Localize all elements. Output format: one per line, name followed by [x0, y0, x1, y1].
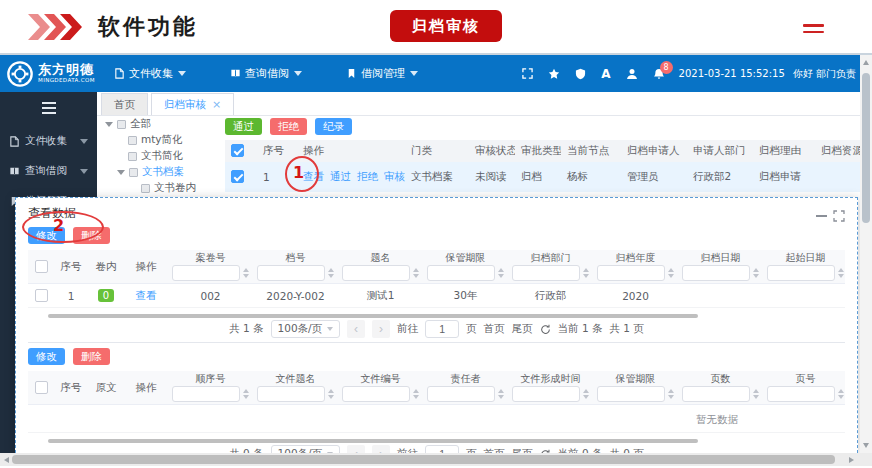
filter-input[interactable] [257, 265, 325, 281]
inner-count-badge[interactable]: 0 [98, 289, 114, 302]
tree-node-wenshu-archive[interactable]: 文书档案 [97, 164, 224, 180]
sort-arrows-icon[interactable] [413, 389, 419, 399]
fullscreen-icon[interactable] [522, 68, 533, 79]
sort-arrows-icon[interactable] [328, 389, 334, 399]
next-page-button[interactable]: › [372, 320, 390, 338]
page-size-select[interactable]: 100条/页 [271, 320, 341, 338]
select-all-checkbox[interactable] [35, 260, 48, 273]
last-page-link[interactable]: 尾页 [512, 322, 533, 336]
bell-icon[interactable]: 8 [653, 68, 665, 80]
filter-input[interactable] [427, 265, 495, 281]
refresh-icon[interactable] [540, 324, 551, 335]
sidebar-item-file-collect[interactable]: 文件收集 [0, 126, 97, 156]
filter-input[interactable] [682, 386, 750, 402]
sort-arrows-icon[interactable] [413, 268, 419, 278]
next-page-button[interactable]: › [372, 445, 390, 453]
page-input[interactable] [425, 445, 459, 453]
scroll-right-arrow[interactable] [849, 457, 854, 463]
caret-down-icon[interactable] [105, 122, 113, 127]
sort-arrows-icon[interactable] [583, 268, 589, 278]
row-checkbox[interactable] [231, 170, 244, 183]
filter-input[interactable] [682, 265, 750, 281]
nav-item-query-borrow[interactable]: 查询借阅 [230, 66, 302, 81]
sort-arrows-icon[interactable] [668, 268, 674, 278]
collapse-menu-icon[interactable] [42, 102, 56, 114]
star-icon[interactable] [548, 68, 560, 80]
view-link[interactable]: 查看 [136, 289, 157, 303]
scroll-up-arrow[interactable] [863, 60, 869, 65]
sort-arrows-icon[interactable] [838, 389, 844, 399]
tree-node-wenshu-juannei[interactable]: 文书卷内 [97, 180, 224, 196]
scroll-down-arrow[interactable] [863, 443, 869, 448]
prev-page-button[interactable]: ‹ [347, 445, 365, 453]
view-link[interactable]: 查看 [303, 170, 324, 182]
sort-arrows-icon[interactable] [243, 268, 249, 278]
filter-input[interactable] [767, 265, 835, 281]
nav-item-borrow-manage[interactable]: 借阅管理 [346, 66, 418, 81]
row-checkbox[interactable] [35, 289, 48, 302]
filter-input[interactable] [512, 386, 580, 402]
scrollbar-thumb[interactable] [12, 455, 835, 464]
sort-arrows-icon[interactable] [753, 268, 759, 278]
approve-button[interactable]: 通过 [225, 118, 262, 135]
prev-page-button[interactable]: ‹ [347, 320, 365, 338]
reject-link[interactable]: 拒绝 [357, 170, 378, 182]
sort-arrows-icon[interactable] [498, 268, 504, 278]
filter-input[interactable] [342, 386, 410, 402]
approve-link[interactable]: 通过 [330, 170, 351, 182]
audit-table-row[interactable]: 1 查看通过拒绝审核记录 文书档案 未阅读 归档 杨标 管理员 行政部2 归档申… [225, 162, 860, 192]
sort-arrows-icon[interactable] [668, 389, 674, 399]
book-icon [230, 68, 241, 79]
audit-record-link[interactable]: 审核记录 [384, 170, 405, 182]
tab-home[interactable]: 首页 [101, 93, 148, 115]
sidebar-item-query-borrow[interactable]: 查询借阅 [0, 156, 97, 186]
tab-archive-audit[interactable]: 归档审核 × [151, 93, 234, 115]
menu-icon[interactable] [803, 24, 824, 37]
scroll-left-arrow[interactable] [4, 457, 9, 463]
select-all-checkbox[interactable] [231, 144, 244, 157]
filter-input[interactable] [767, 386, 835, 402]
select-all-checkbox[interactable] [35, 381, 48, 394]
expand-icon[interactable] [833, 210, 845, 222]
filter-input[interactable] [427, 386, 495, 402]
sort-arrows-icon[interactable] [753, 389, 759, 399]
scrollbar-thumb[interactable] [862, 73, 870, 223]
horizontal-scrollbar[interactable] [28, 439, 845, 443]
close-icon[interactable]: × [212, 98, 221, 111]
shield-icon[interactable] [575, 68, 586, 80]
filter-input[interactable] [512, 265, 580, 281]
font-size-icon[interactable]: A [601, 67, 610, 81]
sort-arrows-icon[interactable] [583, 389, 589, 399]
delete-button[interactable]: 删除 [73, 348, 110, 365]
user-icon[interactable] [626, 68, 638, 80]
filter-input[interactable] [172, 265, 240, 281]
nav-item-file-collect[interactable]: 文件收集 [114, 66, 186, 81]
tree-node-mty[interactable]: mty简化 [97, 132, 224, 148]
page-size-select[interactable]: 100条/页 [271, 445, 341, 453]
minimize-icon[interactable] [816, 215, 827, 217]
record-button[interactable]: 纪录 [315, 118, 352, 135]
sort-arrows-icon[interactable] [838, 268, 844, 278]
tree-node-all[interactable]: 全部 [97, 116, 224, 132]
filter-input[interactable] [342, 265, 410, 281]
brand-logo[interactable]: 东方明德 MINGDEDATA.COM [6, 60, 106, 88]
caret-down-icon[interactable] [117, 170, 125, 175]
filter-input[interactable] [597, 265, 665, 281]
reject-button[interactable]: 拒绝 [270, 118, 307, 135]
sort-arrows-icon[interactable] [498, 389, 504, 399]
delete-button[interactable]: 删除 [73, 227, 110, 244]
files-table-row[interactable]: 1 0 查看 002 2020-Y-002 测试1 30年 行政部 2020 [28, 284, 845, 308]
edit-button[interactable]: 修改 [28, 227, 65, 244]
filter-input[interactable] [597, 386, 665, 402]
vertical-scrollbar[interactable] [860, 55, 872, 453]
horizontal-page-scrollbar[interactable] [0, 453, 872, 466]
sort-arrows-icon[interactable] [243, 389, 249, 399]
filter-input[interactable] [172, 386, 240, 402]
page-input[interactable] [425, 320, 459, 338]
first-page-link[interactable]: 首页 [484, 322, 505, 336]
sort-arrows-icon[interactable] [328, 268, 334, 278]
tree-node-wenshu-simple[interactable]: 文书简化 [97, 148, 224, 164]
horizontal-scrollbar[interactable] [28, 314, 845, 318]
filter-input[interactable] [257, 386, 325, 402]
edit-button[interactable]: 修改 [28, 348, 65, 365]
